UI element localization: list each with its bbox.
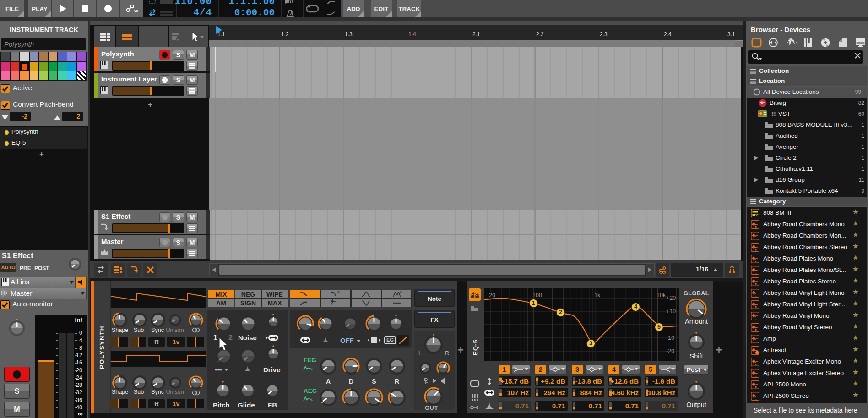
svg-text:w: w bbox=[134, 8, 138, 13]
